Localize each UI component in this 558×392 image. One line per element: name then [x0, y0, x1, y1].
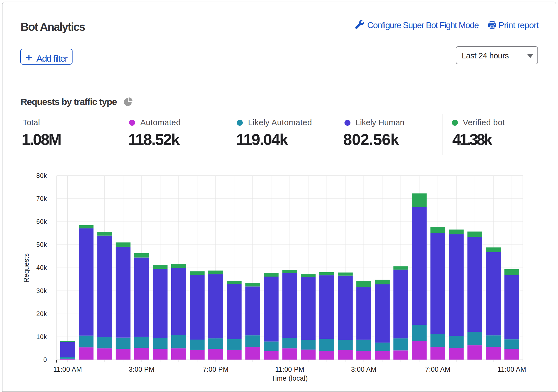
svg-text:80k: 80k	[36, 172, 47, 179]
svg-text:Requests: Requests	[22, 253, 30, 283]
svg-text:60k: 60k	[36, 218, 47, 225]
svg-text:3:00 PM: 3:00 PM	[129, 366, 155, 373]
svg-text:11:00 PM: 11:00 PM	[275, 366, 304, 373]
svg-text:40k: 40k	[36, 264, 47, 271]
svg-text:20k: 20k	[36, 310, 47, 317]
svg-text:0: 0	[43, 356, 47, 363]
svg-text:7:00 AM: 7:00 AM	[425, 366, 451, 373]
svg-text:30k: 30k	[36, 287, 47, 294]
svg-text:70k: 70k	[36, 195, 47, 202]
svg-text:Time (local): Time (local)	[271, 374, 308, 382]
svg-text:50k: 50k	[36, 241, 47, 248]
svg-text:7:00 PM: 7:00 PM	[203, 366, 228, 373]
svg-text:11:00 AM: 11:00 AM	[53, 366, 82, 373]
svg-text:10k: 10k	[36, 333, 47, 340]
svg-text:11:00 AM: 11:00 AM	[497, 366, 526, 373]
svg-text:3:00 AM: 3:00 AM	[351, 366, 376, 373]
